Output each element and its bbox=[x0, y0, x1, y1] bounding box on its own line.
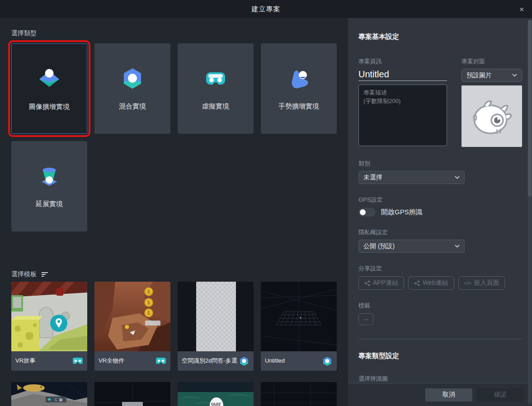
template-cover-art: C ▣ bbox=[11, 382, 87, 406]
cancel-button[interactable]: 取消 bbox=[425, 388, 472, 401]
template-row-1: VR故事 bbox=[11, 282, 337, 371]
dialog-footer: 取消 確認 bbox=[348, 383, 532, 406]
svg-text:QUIZ: QUIZ bbox=[211, 402, 221, 406]
template-name: VR故事 bbox=[15, 357, 72, 364]
cover-label: 專案封面 bbox=[461, 57, 522, 66]
svg-text:$: $ bbox=[147, 311, 150, 316]
template-label-bar: VR全物件 bbox=[94, 351, 170, 371]
type-settings-heading: 專案類型設定 bbox=[358, 352, 522, 360]
type-card-hand-gesture-ar[interactable]: 手勢擴增實境 bbox=[261, 43, 337, 134]
scrollbar-thumb[interactable] bbox=[528, 20, 532, 197]
template-cover-art: $ $ $ bbox=[94, 282, 170, 351]
close-icon[interactable]: ✕ bbox=[517, 5, 527, 14]
type-card-extended-reality[interactable]: 延展實境 bbox=[11, 141, 87, 231]
category-select[interactable]: 未選擇 bbox=[358, 171, 465, 184]
template-cover-art bbox=[11, 282, 87, 351]
template-cover-art bbox=[94, 382, 170, 406]
image-ar-icon bbox=[37, 66, 62, 91]
mr-hexagon-icon bbox=[239, 356, 250, 367]
template-label-bar: 空間識別2d問答-多選 bbox=[178, 351, 254, 371]
type-card-label: 混合實境 bbox=[119, 102, 146, 111]
embed-code-icon: </> bbox=[464, 280, 471, 286]
project-info-label: 專案資訊 bbox=[358, 57, 447, 66]
template-card-vr-objects[interactable]: $ $ $ VR全物件 bbox=[94, 282, 170, 371]
svg-text:$: $ bbox=[147, 289, 150, 294]
chevron-down-icon bbox=[512, 74, 517, 77]
mixed-reality-hexagon-icon bbox=[120, 65, 145, 90]
type-section-label: 選擇類型 bbox=[11, 29, 337, 38]
mr-hexagon-icon bbox=[322, 356, 333, 367]
share-web-link-button[interactable]: Web連結 bbox=[408, 276, 454, 290]
fish-mascot-illustration bbox=[467, 91, 517, 141]
type-card-label: 圖像擴增實境 bbox=[29, 103, 70, 111]
sort-filter-icon[interactable] bbox=[41, 272, 48, 277]
template-name: Untitled bbox=[265, 357, 322, 364]
add-tag-button-label: ... bbox=[363, 315, 368, 321]
template-label-bar: Untitled bbox=[261, 351, 337, 371]
template-card-partial[interactable]: C ▣ bbox=[11, 382, 87, 406]
dialog-titlebar: 建立專案 ✕ bbox=[0, 0, 532, 18]
template-cover-art bbox=[261, 282, 337, 351]
type-card-virtual-reality[interactable]: 虛擬實境 bbox=[178, 43, 254, 134]
vr-goggles-icon bbox=[203, 65, 228, 90]
dialog-title: 建立專案 bbox=[252, 5, 281, 14]
share-button-label: APP連結 bbox=[373, 279, 398, 287]
project-settings-panel: 專案基本設定 專案資訊 專案封面 預設圖片 bbox=[348, 18, 532, 406]
project-name-input[interactable] bbox=[358, 68, 447, 81]
template-section-label: 選擇模板 bbox=[11, 270, 37, 279]
type-card-label: 延展實境 bbox=[36, 200, 63, 208]
type-card-label: 虛擬實境 bbox=[202, 102, 229, 111]
template-row-2-partial: C ▣ bbox=[11, 382, 337, 406]
location-pin-icon bbox=[50, 315, 67, 332]
privacy-select[interactable]: 公開 (預設) bbox=[358, 240, 465, 253]
gps-toggle[interactable] bbox=[358, 208, 376, 217]
cover-select-value: 預設圖片 bbox=[466, 71, 492, 80]
cover-select[interactable]: 預設圖片 bbox=[461, 69, 522, 82]
privacy-select-value: 公開 (預設) bbox=[363, 242, 395, 250]
toggle-knob bbox=[360, 209, 366, 215]
gps-toggle-label: 開啟GPS辨識 bbox=[381, 208, 423, 217]
section-divider bbox=[358, 339, 522, 339]
vr-goggles-icon bbox=[155, 356, 166, 367]
transparency-checker-pattern bbox=[196, 282, 236, 351]
template-cover-art bbox=[178, 282, 254, 351]
coin-icons: $ $ $ bbox=[145, 288, 153, 317]
extended-reality-hat-icon bbox=[37, 163, 62, 188]
type-card-image-ar[interactable]: 圖像擴增實境 bbox=[11, 43, 87, 134]
template-card-partial[interactable]: QUIZ bbox=[178, 382, 254, 406]
template-card-spatial-quiz[interactable]: 空間識別2d問答-多選 bbox=[178, 282, 254, 371]
template-name: VR全物件 bbox=[99, 357, 155, 364]
template-card-partial[interactable] bbox=[94, 382, 170, 406]
add-tag-button[interactable]: ... bbox=[358, 313, 373, 325]
share-app-link-button[interactable]: APP連結 bbox=[358, 276, 404, 290]
share-button-label: 嵌入頁面 bbox=[474, 279, 499, 287]
vr-goggles-icon bbox=[72, 356, 83, 367]
template-section-header: 選擇模板 bbox=[11, 270, 337, 279]
template-name: 空間識別2d問答-多選 bbox=[182, 357, 239, 364]
type-card-row-1: 圖像擴增實境 混合實境 虛擬實境 bbox=[11, 43, 337, 134]
project-description-textarea[interactable] bbox=[358, 85, 447, 146]
type-card-label: 手勢擴增實境 bbox=[278, 102, 319, 111]
template-label-bar: VR故事 bbox=[11, 351, 87, 371]
tags-label: 標籤 bbox=[358, 302, 522, 310]
chevron-down-icon bbox=[455, 176, 460, 179]
category-select-value: 未選擇 bbox=[363, 174, 382, 182]
share-embed-button[interactable]: </> 嵌入頁面 bbox=[458, 276, 505, 290]
cover-preview-image bbox=[461, 85, 522, 147]
template-card-vr-story[interactable]: VR故事 bbox=[11, 282, 87, 371]
panel-scrollbar[interactable] bbox=[528, 20, 532, 404]
template-card-partial[interactable] bbox=[261, 382, 337, 406]
hand-gesture-icon bbox=[286, 65, 311, 90]
privacy-label: 隱私權設定 bbox=[358, 228, 522, 236]
template-cover-art bbox=[261, 382, 337, 406]
type-card-mixed-reality[interactable]: 混合實境 bbox=[94, 43, 170, 134]
share-label: 分享設定 bbox=[358, 264, 522, 273]
chevron-down-icon bbox=[455, 245, 460, 248]
create-project-dialog: 建立專案 ✕ 選擇類型 圖像擴增實境 混合實境 bbox=[0, 0, 532, 406]
share-button-label: Web連結 bbox=[423, 279, 448, 287]
template-card-untitled[interactable]: Untitled bbox=[261, 282, 337, 371]
share-nodes-icon bbox=[414, 280, 420, 286]
svg-text:C ▣: C ▣ bbox=[55, 397, 63, 402]
confirm-button[interactable]: 確認 bbox=[477, 388, 524, 401]
share-nodes-icon bbox=[364, 280, 370, 286]
